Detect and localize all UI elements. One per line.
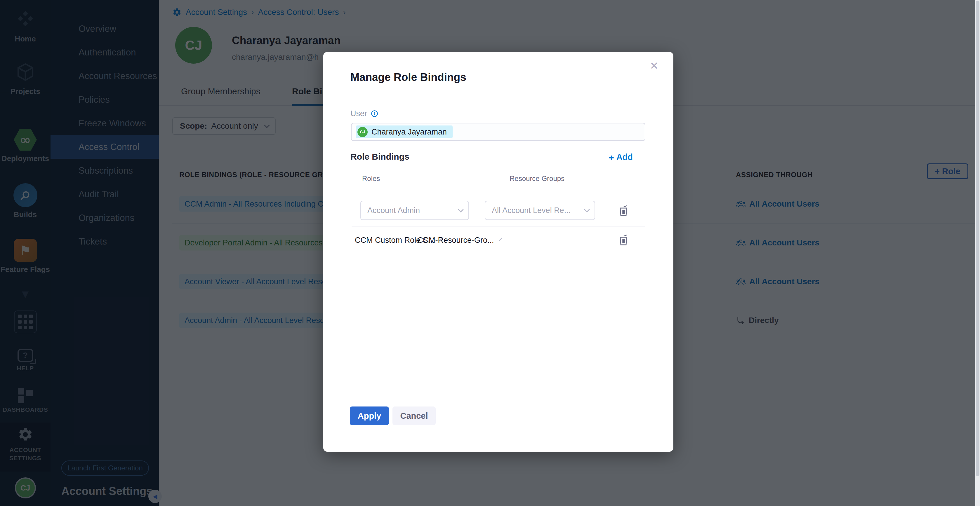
modal-divider	[352, 194, 645, 194]
modal-title: Manage Role Bindings	[350, 71, 466, 84]
app-window: Home Projects ∞ Deployments Builds ⚑ Fea…	[0, 0, 980, 506]
resource-group-select-2[interactable]: CCM-Resource-Gro...	[411, 230, 475, 250]
plus-icon: +	[609, 152, 614, 163]
chevron-down-icon	[458, 206, 464, 213]
selected-user-name: Charanya Jayaraman	[371, 127, 447, 136]
resource-group-select-1[interactable]: All Account Level Re...	[485, 201, 595, 220]
selected-user-chip: CJ Charanya Jayaraman	[356, 125, 453, 138]
page-scrollbar[interactable]	[975, 0, 980, 506]
avatar: CJ	[358, 127, 368, 137]
add-label: Add	[616, 152, 633, 163]
modal-user-input[interactable]: CJ Charanya Jayaraman	[351, 123, 645, 141]
chevron-down-icon	[499, 238, 502, 241]
role-select-2[interactable]: CCM Custom Role S...	[348, 230, 413, 250]
chevron-down-icon	[584, 206, 590, 213]
role-select-1-value: Account Admin	[368, 206, 420, 215]
cancel-button[interactable]: Cancel	[393, 406, 436, 425]
manage-role-bindings-modal: ✕ Manage Role Bindings User CJ Charanya …	[323, 52, 673, 452]
info-icon	[371, 110, 379, 117]
delete-role-binding-1-button[interactable]	[617, 204, 629, 217]
apply-button[interactable]: Apply	[350, 406, 389, 425]
role-bindings-section-title: Role Bindings	[350, 152, 409, 162]
role-select-1[interactable]: Account Admin	[360, 201, 469, 220]
resource-group-select-1-value: All Account Level Re...	[492, 206, 571, 215]
delete-role-binding-2-button[interactable]	[617, 233, 629, 246]
add-role-binding-button[interactable]: + Add	[609, 152, 633, 163]
modal-user-label: User	[350, 109, 379, 118]
scrollbar-thumb[interactable]	[976, 1, 979, 476]
modal-divider	[352, 226, 645, 227]
modal-column-resource-groups: Resource Groups	[509, 174, 565, 183]
resource-group-select-2-value: CCM-Resource-Gro...	[417, 236, 494, 245]
modal-column-roles: Roles	[362, 174, 380, 183]
close-icon[interactable]: ✕	[648, 60, 660, 72]
user-label-text: User	[350, 109, 367, 118]
